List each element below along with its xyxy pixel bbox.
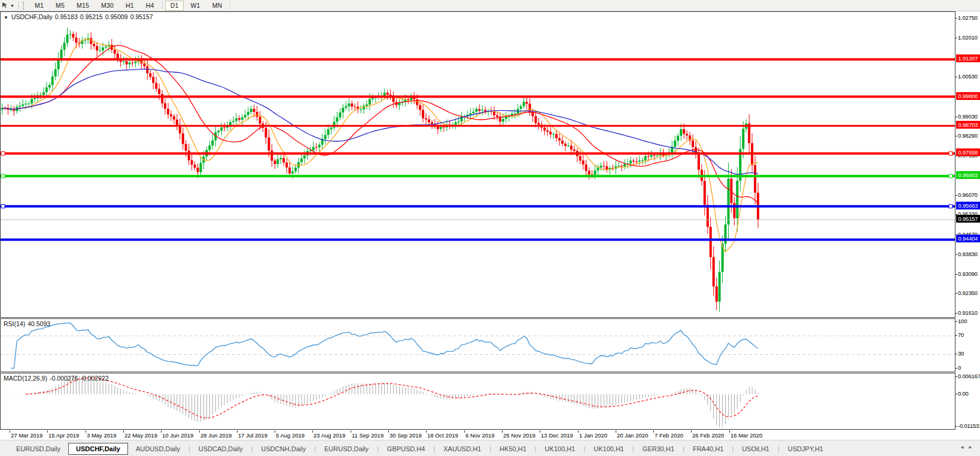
chart-tab-hk50-h1[interactable]: HK50,H1	[492, 443, 534, 455]
ohlc-low: 0.95009	[105, 13, 128, 20]
date-axis-tick	[237, 430, 238, 433]
chevron-down-icon[interactable]: ▼	[10, 4, 14, 8]
date-label: 10 Jun 2019	[162, 432, 193, 439]
chart-tab-fra40-h1[interactable]: FRA40,H1	[685, 443, 731, 455]
macd-tick-label: -0.011531	[958, 422, 980, 429]
toolbar-separator	[230, 1, 230, 10]
rsi-tick-label: 0	[958, 364, 980, 371]
macd-tick-label: 0.006167	[958, 373, 980, 379]
timeframe-button-m15[interactable]: M15	[71, 1, 95, 11]
date-axis-tick	[47, 430, 48, 433]
date-axis-tick	[502, 430, 503, 433]
timeframe-button-w1[interactable]: W1	[185, 1, 205, 11]
rsi-panel[interactable]: RSI(14)40.5093	[0, 318, 955, 372]
price-tick-label: 0.93830	[958, 251, 980, 257]
chart-tabs: EURUSD,DailyUSDCHF,DailyAUDUSD,Daily|USD…	[8, 443, 831, 455]
date-label: 30 Sep 2019	[389, 432, 422, 439]
date-label: 26 Feb 2020	[692, 432, 724, 439]
timeframe-button-m30[interactable]: M30	[96, 1, 119, 11]
chart-tab-usdcad-daily[interactable]: USDCAD,Daily	[191, 443, 251, 455]
toolbar-grip-handle[interactable]	[23, 2, 26, 10]
date-label: 5 Aug 2019	[276, 432, 305, 439]
current-price-label: 0.95157	[956, 215, 980, 223]
tab-scroll-right-icon[interactable]: ►	[968, 445, 976, 450]
price-tick-label: 0.93090	[958, 270, 980, 277]
rsi-tick-label: 70	[958, 332, 980, 338]
cursor-tool-icon[interactable]	[1, 1, 9, 10]
chart-tab-usdcnh-daily[interactable]: USDCNH,Daily	[254, 443, 314, 455]
chart-tab-uk100-h1[interactable]: UK100,H1	[537, 443, 583, 455]
chart-tab-audusd-daily[interactable]: AUDUSD,Daily	[128, 443, 188, 455]
price-tick-label: 1.02750	[958, 14, 980, 21]
date-label: 27 Mar 2019	[11, 432, 42, 439]
date-label: 7 Feb 2020	[655, 432, 683, 439]
collapse-chart-icon[interactable]: ▼	[4, 15, 8, 20]
tab-scroll-left-icon[interactable]: ◄	[960, 445, 968, 450]
timeframe-button-m1[interactable]: M1	[29, 1, 49, 11]
hline-price-label: 0.99800	[956, 92, 980, 100]
price-tick-label: 1.02010	[958, 34, 980, 41]
date-axis-tick	[388, 430, 389, 433]
date-axis-tick	[540, 430, 540, 433]
chart-tab-usdjpy-h1[interactable]: USDJPY,H1	[780, 443, 831, 455]
date-axis-tick	[653, 430, 654, 433]
macd-tick-label: 0.00	[958, 390, 980, 397]
date-axis-tick	[199, 430, 200, 433]
candlestick-chart[interactable]	[1, 12, 955, 317]
date-label: 15 Apr 2019	[48, 432, 79, 439]
date-label: 1 Jan 2020	[579, 432, 607, 439]
date-label: 13 Dec 2019	[541, 432, 573, 439]
macd-panel[interactable]: MACD(12,26,9)-0.000276-0.002922	[0, 373, 955, 430]
price-tick-label: 0.98290	[958, 132, 980, 139]
time-axis[interactable]: 27 Mar 201915 Apr 20193 May 201922 May 2…	[0, 430, 955, 440]
timeframe-button-h4[interactable]: H4	[141, 1, 160, 11]
timeframe-button-h1[interactable]: H1	[120, 1, 139, 11]
date-axis-tick	[275, 430, 275, 433]
date-label: 6 Nov 2019	[465, 432, 495, 439]
date-axis-tick	[729, 430, 730, 433]
ohlc-open: 0.95183	[55, 13, 78, 20]
date-axis-tick	[426, 430, 427, 433]
chart-title: ▼USDCHF,Daily0.951830.952150.950090.9515…	[4, 13, 156, 20]
date-label: 23 Aug 2019	[314, 432, 345, 439]
price-tick-label: 0.96070	[958, 191, 980, 198]
date-axis-tick	[691, 430, 692, 433]
hline-price-label: 0.98703	[956, 121, 980, 129]
date-label: 3 May 2019	[87, 432, 117, 439]
toolbar-separator	[162, 1, 163, 10]
timeframe-button-mn[interactable]: MN	[207, 1, 228, 11]
main-chart-panel[interactable]: ▼USDCHF,Daily0.951830.952150.950090.9515…	[0, 11, 955, 318]
rsi-line-chart	[1, 319, 955, 372]
timeframe-button-d1[interactable]: D1	[165, 1, 184, 11]
chart-tab-usdchf-daily[interactable]: USDCHF,Daily	[68, 443, 128, 455]
chart-tab-eurusd-daily[interactable]: EURUSD,Daily	[8, 443, 68, 455]
chart-tab-xauusd-h1[interactable]: XAUUSD,H1	[436, 443, 489, 455]
rsi-name: RSI(14)	[4, 320, 25, 327]
date-axis-tick	[351, 430, 351, 433]
rsi-label: RSI(14)40.5093	[4, 320, 50, 327]
ohlc-close: 0.95157	[130, 13, 153, 20]
date-axis-tick	[161, 430, 162, 433]
macd-name: MACD(12,26,9)	[4, 375, 47, 382]
chart-tab-usoil-h1[interactable]: USOil,H1	[734, 443, 777, 455]
date-label: 17 Jul 2019	[238, 432, 267, 439]
chart-tab-gbpusd-h4[interactable]: GBPUSD,H4	[379, 443, 433, 455]
price-tick-label: 0.94570	[958, 231, 980, 238]
tab-scroll-buttons: ◄►	[960, 445, 976, 450]
chart-tab-uk100-h1[interactable]: UK100,H1	[586, 443, 632, 455]
chart-symbol-label: USDCHF,Daily	[11, 13, 53, 20]
date-axis-tick	[616, 430, 616, 433]
chart-tab-eurusd-daily[interactable]: EURUSD,Daily	[316, 443, 376, 455]
macd-histogram-chart	[1, 373, 955, 429]
ohlc-high: 0.95215	[80, 13, 103, 20]
rsi-tick-label: 30	[958, 350, 980, 357]
price-tick-label: 0.99030	[958, 113, 980, 120]
price-tick-label: 0.91610	[958, 309, 980, 316]
date-axis-tick	[123, 430, 124, 433]
chart-tab-ger30-h1[interactable]: GER30,H1	[635, 443, 682, 455]
date-label: 18 Oct 2019	[427, 432, 458, 439]
date-label: 16 Mar 2020	[731, 432, 762, 439]
price-tick-label: 1.00530	[958, 73, 980, 80]
top-toolbar: ▼ M1M5M15M30H1H4D1W1MN	[0, 0, 980, 11]
timeframe-button-m5[interactable]: M5	[50, 1, 70, 11]
